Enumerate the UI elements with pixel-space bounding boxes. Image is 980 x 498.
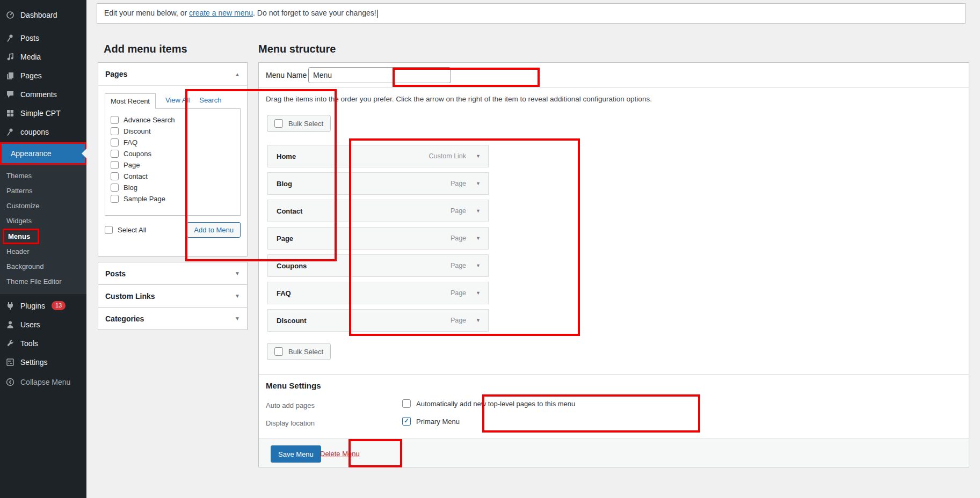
chevron-down-icon[interactable] <box>476 318 481 323</box>
submenu-item-menus[interactable]: Menus <box>3 229 39 244</box>
chevron-down-icon[interactable] <box>476 290 481 296</box>
sidebar-item-label: Media <box>20 53 41 61</box>
menu-name-input[interactable] <box>308 67 451 83</box>
sidebar-item-users[interactable]: Users <box>0 315 86 334</box>
sidebar-item-tools[interactable]: Tools <box>0 334 86 353</box>
tab-view-all[interactable]: View All <box>165 96 190 108</box>
menu-name-label: Menu Name <box>266 71 308 79</box>
page-item-label: Blog <box>124 184 137 192</box>
plugins-count-badge: 13 <box>52 301 66 310</box>
page-checkbox[interactable] <box>111 184 119 192</box>
submenu-item-patterns[interactable]: Patterns <box>0 184 86 199</box>
custom-links-accordion-header[interactable]: Custom Links <box>98 284 248 307</box>
sidebar-item-label: Simple CPT <box>20 109 61 118</box>
sidebar-item-posts[interactable]: Posts <box>0 28 86 47</box>
chevron-down-icon[interactable] <box>476 263 481 268</box>
save-menu-button[interactable]: Save Menu <box>271 445 321 463</box>
sidebar-item-dashboard[interactable]: Dashboard <box>0 5 86 24</box>
menu-item-name: FAQ <box>277 289 291 297</box>
chevron-down-icon <box>235 316 240 321</box>
settings-icon <box>5 357 15 367</box>
main-content: Edit your menu below, or create a new me… <box>86 0 980 498</box>
page-checkbox[interactable] <box>111 150 119 158</box>
page-checkbox[interactable] <box>111 116 119 124</box>
page-item-label: Coupons <box>124 150 151 158</box>
annotation-box-menus: Menus <box>0 229 86 244</box>
pushpin-icon <box>5 33 15 43</box>
menu-item-coupons[interactable]: Coupons Page <box>267 254 489 277</box>
sidebar-item-media[interactable]: Media <box>0 47 86 66</box>
comments-icon <box>5 90 15 99</box>
menu-item-discount[interactable]: Discount Page <box>267 309 489 332</box>
section-divider <box>259 374 969 375</box>
categories-accordion-header[interactable]: Categories <box>98 307 248 330</box>
sidebar-item-label: Comments <box>20 90 57 99</box>
bulk-select-checkbox[interactable] <box>274 119 283 128</box>
sidebar-item-comments[interactable]: Comments <box>0 85 86 104</box>
pages-panel-title: Pages <box>105 70 127 78</box>
create-new-menu-link[interactable]: create a new menu <box>189 9 253 17</box>
sidebar-item-simple-cpt[interactable]: Simple CPT <box>0 104 86 122</box>
categories-accordion-title: Categories <box>105 314 144 323</box>
chevron-down-icon[interactable] <box>476 153 481 159</box>
pages-checklist: Advance Search Discount FAQ Coupons Page… <box>105 108 241 216</box>
text-cursor <box>377 10 378 18</box>
chevron-up-icon[interactable] <box>235 71 240 77</box>
submenu-item-customize[interactable]: Customize <box>0 199 86 214</box>
menu-item-blog[interactable]: Blog Page <box>267 172 489 195</box>
posts-accordion-header[interactable]: Posts <box>98 262 248 285</box>
pages-accordion-header[interactable]: Pages <box>98 63 247 86</box>
auto-add-pages-checkbox[interactable] <box>402 399 411 408</box>
bulk-select-button-bottom[interactable]: Bulk Select <box>267 343 331 360</box>
sidebar-item-appearance[interactable]: Appearance <box>2 144 85 163</box>
menu-item-type: Page <box>451 207 466 215</box>
collapse-menu-button[interactable]: Collapse Menu <box>0 372 86 391</box>
primary-menu-checkbox-label: Primary Menu <box>416 418 460 426</box>
menu-structure-title: Menu structure <box>258 43 336 55</box>
page-checkbox[interactable] <box>111 195 119 203</box>
sidebar-item-label: Pages <box>20 71 42 80</box>
menu-item-home[interactable]: Home Custom Link <box>267 145 489 167</box>
tab-most-recent[interactable]: Most Recent <box>105 93 156 109</box>
chevron-down-icon <box>235 270 240 276</box>
submenu-item-widgets[interactable]: Widgets <box>0 214 86 229</box>
primary-menu-checkbox[interactable] <box>402 417 411 426</box>
bulk-select-checkbox[interactable] <box>274 347 283 356</box>
sidebar-item-pages[interactable]: Pages <box>0 66 86 85</box>
tools-icon <box>5 339 15 348</box>
chevron-down-icon[interactable] <box>476 181 481 186</box>
select-all-checkbox[interactable] <box>105 226 113 234</box>
plug-icon <box>5 301 15 311</box>
menu-item-type: Page <box>451 262 466 269</box>
page-item-label: Page <box>124 161 140 169</box>
menu-item-name: Page <box>277 235 293 243</box>
page-checkbox[interactable] <box>111 127 119 135</box>
menu-item-page[interactable]: Page Page <box>267 227 489 250</box>
sidebar-item-plugins[interactable]: Plugins 13 <box>0 296 86 315</box>
menu-item-name: Discount <box>277 317 307 325</box>
submenu-item-themes[interactable]: Themes <box>0 169 86 184</box>
page-checkbox[interactable] <box>111 172 119 180</box>
sidebar-item-coupons[interactable]: coupons <box>0 122 86 141</box>
add-menu-items-title: Add menu items <box>104 43 187 55</box>
tab-search[interactable]: Search <box>199 96 221 108</box>
bulk-select-button-top[interactable]: Bulk Select <box>267 115 331 132</box>
page-item-label: Sample Page <box>124 195 165 203</box>
page-checkbox[interactable] <box>111 161 119 169</box>
submenu-item-theme-file-editor[interactable]: Theme File Editor <box>0 274 86 289</box>
delete-menu-link[interactable]: Delete Menu <box>320 450 360 458</box>
page-checkbox[interactable] <box>111 138 119 147</box>
menu-item-faq[interactable]: FAQ Page <box>267 282 489 304</box>
chevron-down-icon[interactable] <box>476 236 481 241</box>
notice-text-prefix: Edit your menu below, or <box>104 9 189 17</box>
menu-structure-panel: Menu Name Drag the items into the order … <box>258 62 969 467</box>
list-item: Sample Page <box>105 193 240 204</box>
submenu-item-header[interactable]: Header <box>0 244 86 259</box>
add-to-menu-button[interactable]: Add to Menu <box>187 222 241 238</box>
sidebar-item-settings[interactable]: Settings <box>0 353 86 371</box>
submenu-item-background[interactable]: Background <box>0 259 86 274</box>
sidebar-item-label: Tools <box>20 339 38 348</box>
chevron-down-icon[interactable] <box>476 208 481 214</box>
menu-item-contact[interactable]: Contact Page <box>267 200 489 222</box>
bulk-select-label: Bulk Select <box>288 348 323 356</box>
